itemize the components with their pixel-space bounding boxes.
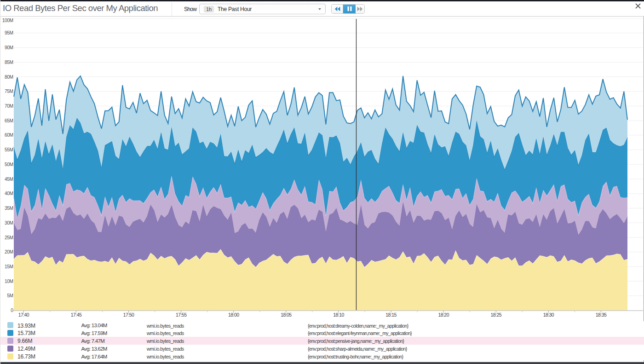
svg-text:18:05: 18:05 bbox=[281, 312, 292, 318]
svg-text:17:55: 17:55 bbox=[176, 312, 187, 318]
svg-text:100M: 100M bbox=[2, 18, 13, 23]
svg-text:50M: 50M bbox=[5, 162, 13, 167]
svg-text:18:15: 18:15 bbox=[385, 312, 397, 318]
svg-text:35M: 35M bbox=[5, 206, 13, 211]
svg-text:70M: 70M bbox=[5, 104, 13, 109]
svg-text:85M: 85M bbox=[5, 60, 13, 65]
svg-text:30M: 30M bbox=[5, 220, 13, 225]
svg-text:55M: 55M bbox=[5, 147, 13, 152]
svg-text:18:30: 18:30 bbox=[543, 312, 554, 318]
svg-text:5M: 5M bbox=[7, 293, 13, 298]
svg-text:20M: 20M bbox=[5, 249, 13, 254]
svg-text:18:20: 18:20 bbox=[438, 312, 449, 318]
svg-text:65M: 65M bbox=[5, 118, 13, 123]
svg-text:18:10: 18:10 bbox=[333, 312, 344, 318]
svg-text:25M: 25M bbox=[5, 235, 13, 240]
svg-text:15M: 15M bbox=[5, 264, 13, 269]
svg-text:10M: 10M bbox=[5, 279, 13, 284]
svg-text:95M: 95M bbox=[5, 30, 13, 35]
svg-text:18:35: 18:35 bbox=[596, 312, 607, 318]
svg-text:0: 0 bbox=[11, 308, 13, 313]
svg-text:90M: 90M bbox=[5, 45, 13, 50]
svg-text:17:40: 17:40 bbox=[18, 312, 29, 318]
svg-text:45M: 45M bbox=[5, 177, 13, 182]
svg-text:17:45: 17:45 bbox=[71, 312, 82, 318]
svg-text:40M: 40M bbox=[5, 191, 13, 196]
svg-text:75M: 75M bbox=[5, 89, 13, 94]
svg-text:17:50: 17:50 bbox=[123, 312, 134, 318]
svg-text:80M: 80M bbox=[5, 75, 13, 80]
svg-text:18:00: 18:00 bbox=[228, 312, 239, 318]
svg-text:60M: 60M bbox=[5, 133, 13, 138]
svg-text:18:25: 18:25 bbox=[491, 312, 502, 318]
